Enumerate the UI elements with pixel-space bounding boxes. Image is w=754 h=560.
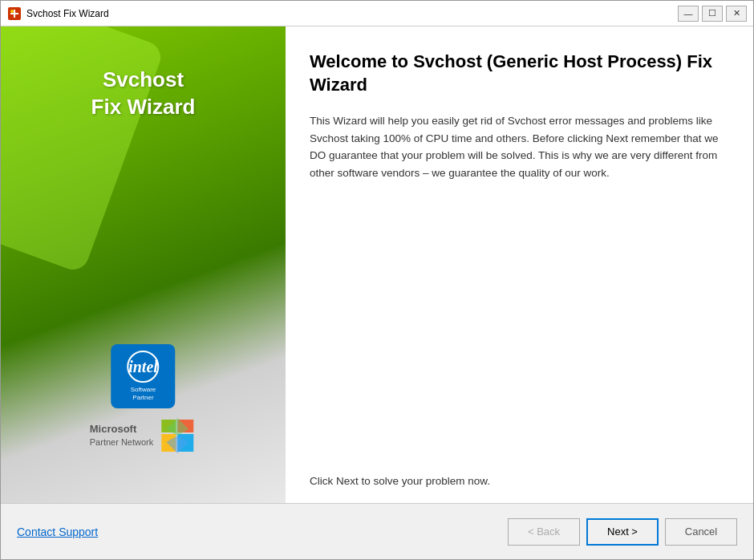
intel-badge-label: Software Partner <box>131 386 156 401</box>
partner-badges: intel Software Partner Microsoft Partner… <box>90 344 197 455</box>
bottom-bar: Contact Support < Back Next > Cancel <box>1 503 753 559</box>
nav-buttons: < Back Next > Cancel <box>508 518 737 546</box>
cancel-button[interactable]: Cancel <box>665 518 737 546</box>
svg-point-3 <box>10 10 14 13</box>
welcome-title: Welcome to Svchost (Generic Host Process… <box>310 51 729 96</box>
microsoft-logo-icon <box>158 416 197 455</box>
window-title: Svchost Fix Wizard <box>26 8 678 19</box>
intel-badge: intel Software Partner <box>111 344 175 408</box>
next-button[interactable]: Next > <box>586 518 659 546</box>
app-icon <box>7 6 22 21</box>
titlebar: Svchost Fix Wizard — ☐ ✕ <box>1 1 753 26</box>
ms-partner-text: Microsoft Partner Network <box>90 423 153 448</box>
back-button[interactable]: < Back <box>508 518 580 546</box>
click-next-label: Click Next to solve your problem now. <box>310 467 729 487</box>
close-button[interactable]: ✕ <box>726 6 747 22</box>
left-panel-title: Svchost Fix Wizard <box>91 67 196 121</box>
contact-support-link[interactable]: Contact Support <box>17 526 98 538</box>
main-content: Svchost Fix Wizard intel Software Partne… <box>1 26 753 503</box>
right-panel: Welcome to Svchost (Generic Host Process… <box>286 26 753 503</box>
welcome-description: This Wizard will help you easily get rid… <box>310 112 729 181</box>
intel-logo: intel <box>127 351 159 383</box>
left-panel: Svchost Fix Wizard intel Software Partne… <box>1 26 286 503</box>
minimize-button[interactable]: — <box>678 6 699 22</box>
ms-partner-badge: Microsoft Partner Network <box>90 416 197 455</box>
maximize-button[interactable]: ☐ <box>702 6 723 22</box>
window-controls: — ☐ ✕ <box>678 6 747 22</box>
